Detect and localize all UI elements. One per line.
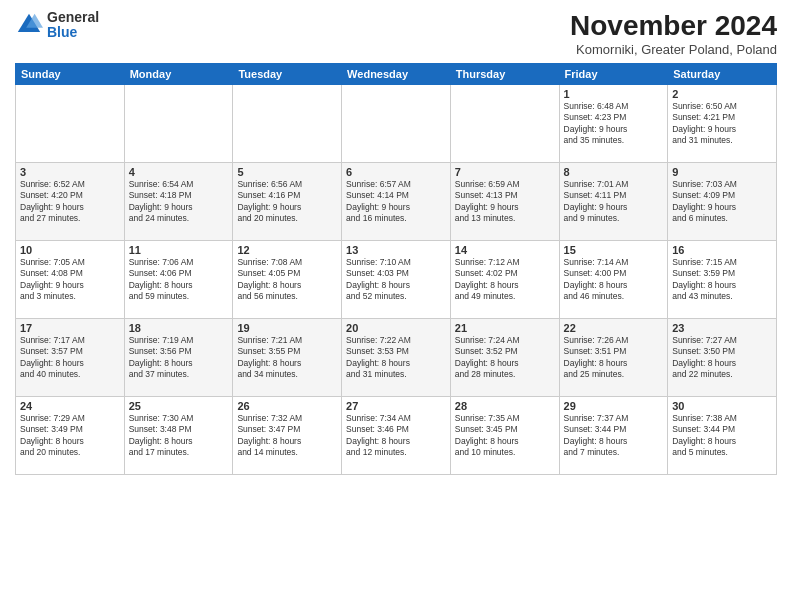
day-number: 8	[564, 166, 664, 178]
day-number: 16	[672, 244, 772, 256]
day-info: Sunrise: 7:37 AM Sunset: 3:44 PM Dayligh…	[564, 413, 664, 459]
week-row-0: 1Sunrise: 6:48 AM Sunset: 4:23 PM Daylig…	[16, 85, 777, 163]
page: General Blue November 2024 Komorniki, Gr…	[0, 0, 792, 612]
calendar-subtitle: Komorniki, Greater Poland, Poland	[570, 42, 777, 57]
day-info: Sunrise: 6:48 AM Sunset: 4:23 PM Dayligh…	[564, 101, 664, 147]
day-info: Sunrise: 6:56 AM Sunset: 4:16 PM Dayligh…	[237, 179, 337, 225]
day-info: Sunrise: 7:12 AM Sunset: 4:02 PM Dayligh…	[455, 257, 555, 303]
day-cell: 11Sunrise: 7:06 AM Sunset: 4:06 PM Dayli…	[124, 241, 233, 319]
day-number: 21	[455, 322, 555, 334]
logo-blue-text: Blue	[47, 25, 99, 40]
logo-general-text: General	[47, 10, 99, 25]
day-cell: 28Sunrise: 7:35 AM Sunset: 3:45 PM Dayli…	[450, 397, 559, 475]
day-number: 1	[564, 88, 664, 100]
day-number: 19	[237, 322, 337, 334]
day-cell	[233, 85, 342, 163]
day-cell: 22Sunrise: 7:26 AM Sunset: 3:51 PM Dayli…	[559, 319, 668, 397]
day-cell: 10Sunrise: 7:05 AM Sunset: 4:08 PM Dayli…	[16, 241, 125, 319]
day-number: 2	[672, 88, 772, 100]
day-cell: 29Sunrise: 7:37 AM Sunset: 3:44 PM Dayli…	[559, 397, 668, 475]
calendar-header: Sunday Monday Tuesday Wednesday Thursday…	[16, 64, 777, 85]
header-tuesday: Tuesday	[233, 64, 342, 85]
day-info: Sunrise: 7:08 AM Sunset: 4:05 PM Dayligh…	[237, 257, 337, 303]
day-number: 4	[129, 166, 229, 178]
day-cell: 26Sunrise: 7:32 AM Sunset: 3:47 PM Dayli…	[233, 397, 342, 475]
week-row-2: 10Sunrise: 7:05 AM Sunset: 4:08 PM Dayli…	[16, 241, 777, 319]
day-cell: 6Sunrise: 6:57 AM Sunset: 4:14 PM Daylig…	[342, 163, 451, 241]
day-number: 28	[455, 400, 555, 412]
day-cell: 17Sunrise: 7:17 AM Sunset: 3:57 PM Dayli…	[16, 319, 125, 397]
day-info: Sunrise: 7:15 AM Sunset: 3:59 PM Dayligh…	[672, 257, 772, 303]
day-info: Sunrise: 7:35 AM Sunset: 3:45 PM Dayligh…	[455, 413, 555, 459]
day-info: Sunrise: 7:34 AM Sunset: 3:46 PM Dayligh…	[346, 413, 446, 459]
day-cell: 1Sunrise: 6:48 AM Sunset: 4:23 PM Daylig…	[559, 85, 668, 163]
day-cell	[16, 85, 125, 163]
day-cell: 19Sunrise: 7:21 AM Sunset: 3:55 PM Dayli…	[233, 319, 342, 397]
day-number: 15	[564, 244, 664, 256]
calendar-table: Sunday Monday Tuesday Wednesday Thursday…	[15, 63, 777, 475]
day-number: 18	[129, 322, 229, 334]
day-number: 26	[237, 400, 337, 412]
day-number: 5	[237, 166, 337, 178]
day-cell	[342, 85, 451, 163]
day-cell: 15Sunrise: 7:14 AM Sunset: 4:00 PM Dayli…	[559, 241, 668, 319]
day-cell: 4Sunrise: 6:54 AM Sunset: 4:18 PM Daylig…	[124, 163, 233, 241]
day-info: Sunrise: 7:26 AM Sunset: 3:51 PM Dayligh…	[564, 335, 664, 381]
title-area: November 2024 Komorniki, Greater Poland,…	[570, 10, 777, 57]
day-cell: 12Sunrise: 7:08 AM Sunset: 4:05 PM Dayli…	[233, 241, 342, 319]
logo-text: General Blue	[47, 10, 99, 41]
header-row: Sunday Monday Tuesday Wednesday Thursday…	[16, 64, 777, 85]
day-info: Sunrise: 7:19 AM Sunset: 3:56 PM Dayligh…	[129, 335, 229, 381]
day-info: Sunrise: 6:52 AM Sunset: 4:20 PM Dayligh…	[20, 179, 120, 225]
day-number: 13	[346, 244, 446, 256]
day-cell	[124, 85, 233, 163]
day-number: 10	[20, 244, 120, 256]
day-info: Sunrise: 7:03 AM Sunset: 4:09 PM Dayligh…	[672, 179, 772, 225]
logo-icon	[15, 11, 43, 39]
day-number: 24	[20, 400, 120, 412]
day-cell: 21Sunrise: 7:24 AM Sunset: 3:52 PM Dayli…	[450, 319, 559, 397]
day-info: Sunrise: 7:01 AM Sunset: 4:11 PM Dayligh…	[564, 179, 664, 225]
day-number: 6	[346, 166, 446, 178]
header-area: General Blue November 2024 Komorniki, Gr…	[15, 10, 777, 57]
day-cell: 3Sunrise: 6:52 AM Sunset: 4:20 PM Daylig…	[16, 163, 125, 241]
day-info: Sunrise: 6:57 AM Sunset: 4:14 PM Dayligh…	[346, 179, 446, 225]
header-sunday: Sunday	[16, 64, 125, 85]
day-cell: 14Sunrise: 7:12 AM Sunset: 4:02 PM Dayli…	[450, 241, 559, 319]
day-cell: 20Sunrise: 7:22 AM Sunset: 3:53 PM Dayli…	[342, 319, 451, 397]
day-cell: 23Sunrise: 7:27 AM Sunset: 3:50 PM Dayli…	[668, 319, 777, 397]
day-number: 25	[129, 400, 229, 412]
day-info: Sunrise: 7:06 AM Sunset: 4:06 PM Dayligh…	[129, 257, 229, 303]
day-info: Sunrise: 6:54 AM Sunset: 4:18 PM Dayligh…	[129, 179, 229, 225]
header-friday: Friday	[559, 64, 668, 85]
day-info: Sunrise: 7:21 AM Sunset: 3:55 PM Dayligh…	[237, 335, 337, 381]
day-info: Sunrise: 7:32 AM Sunset: 3:47 PM Dayligh…	[237, 413, 337, 459]
day-number: 9	[672, 166, 772, 178]
header-wednesday: Wednesday	[342, 64, 451, 85]
day-info: Sunrise: 7:22 AM Sunset: 3:53 PM Dayligh…	[346, 335, 446, 381]
day-info: Sunrise: 7:10 AM Sunset: 4:03 PM Dayligh…	[346, 257, 446, 303]
day-cell: 13Sunrise: 7:10 AM Sunset: 4:03 PM Dayli…	[342, 241, 451, 319]
day-number: 3	[20, 166, 120, 178]
day-number: 23	[672, 322, 772, 334]
day-cell: 8Sunrise: 7:01 AM Sunset: 4:11 PM Daylig…	[559, 163, 668, 241]
header-thursday: Thursday	[450, 64, 559, 85]
day-number: 12	[237, 244, 337, 256]
week-row-3: 17Sunrise: 7:17 AM Sunset: 3:57 PM Dayli…	[16, 319, 777, 397]
logo: General Blue	[15, 10, 99, 41]
day-number: 11	[129, 244, 229, 256]
day-info: Sunrise: 7:14 AM Sunset: 4:00 PM Dayligh…	[564, 257, 664, 303]
day-info: Sunrise: 7:30 AM Sunset: 3:48 PM Dayligh…	[129, 413, 229, 459]
calendar-body: 1Sunrise: 6:48 AM Sunset: 4:23 PM Daylig…	[16, 85, 777, 475]
day-cell: 27Sunrise: 7:34 AM Sunset: 3:46 PM Dayli…	[342, 397, 451, 475]
day-cell: 30Sunrise: 7:38 AM Sunset: 3:44 PM Dayli…	[668, 397, 777, 475]
day-cell: 5Sunrise: 6:56 AM Sunset: 4:16 PM Daylig…	[233, 163, 342, 241]
header-monday: Monday	[124, 64, 233, 85]
day-cell	[450, 85, 559, 163]
calendar-title: November 2024	[570, 10, 777, 42]
day-number: 20	[346, 322, 446, 334]
day-info: Sunrise: 7:38 AM Sunset: 3:44 PM Dayligh…	[672, 413, 772, 459]
day-cell: 18Sunrise: 7:19 AM Sunset: 3:56 PM Dayli…	[124, 319, 233, 397]
day-number: 7	[455, 166, 555, 178]
day-cell: 2Sunrise: 6:50 AM Sunset: 4:21 PM Daylig…	[668, 85, 777, 163]
